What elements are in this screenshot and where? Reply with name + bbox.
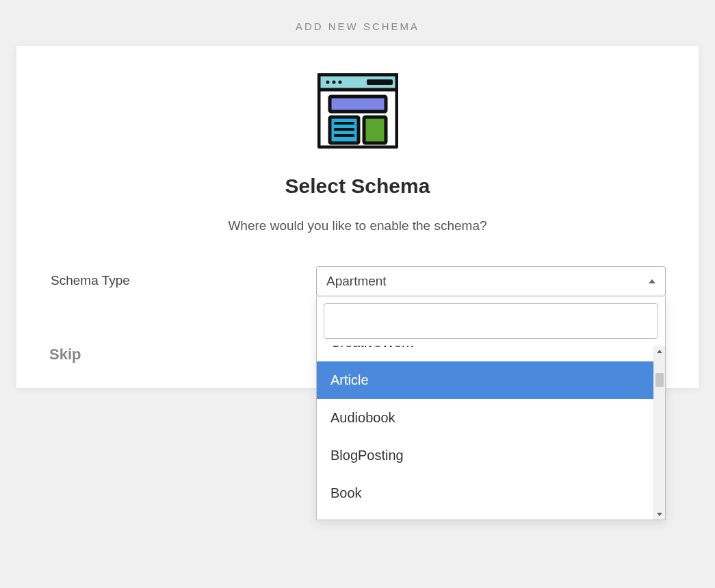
svg-rect-6 [330,97,386,112]
dropdown-option[interactable]: Article [317,361,653,399]
dropdown-option[interactable]: Book [317,474,653,512]
schema-type-select[interactable]: Apartment [316,266,666,296]
svg-point-2 [326,81,329,84]
scrollbar-thumb[interactable] [655,373,664,387]
dropdown-option[interactable]: Audiobook [317,399,653,437]
scroll-down-icon[interactable] [654,509,665,520]
scroll-up-icon[interactable] [654,346,665,357]
skip-button[interactable]: Skip [49,346,81,363]
schema-type-selected-value: Apartment [326,274,387,289]
schema-type-label: Schema Type [49,266,316,288]
schema-type-dropdown: CreativeWork Article Audiobook BlogPosti… [316,296,666,520]
wizard-title: Select Schema [49,175,666,198]
dropdown-option[interactable]: BlogPosting [317,437,653,474]
wizard-subtitle: Where would you like to enable the schem… [49,218,666,233]
dropdown-option[interactable]: CreativeWork [317,346,653,361]
dropdown-option[interactable]: CreativeWork [317,512,653,520]
svg-rect-5 [367,79,393,85]
svg-rect-11 [364,117,386,143]
dropdown-search-input[interactable] [324,303,658,339]
svg-point-3 [332,81,335,84]
page-overline: ADD NEW SCHEMA [16,0,699,46]
svg-point-4 [338,81,341,84]
chevron-up-icon [649,279,655,283]
schema-icon [49,73,666,149]
dropdown-scrollbar[interactable] [653,346,665,520]
wizard-card: Select Schema Where would you like to en… [16,46,699,388]
